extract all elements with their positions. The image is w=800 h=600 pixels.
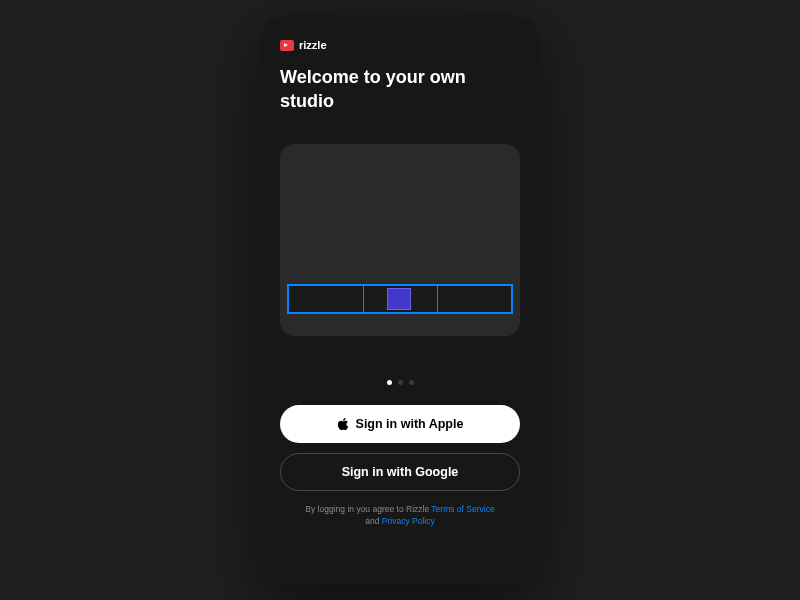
timeline-outline — [287, 284, 513, 314]
page-title: Welcome to your own studio — [280, 65, 520, 114]
brand-logo-icon — [280, 40, 294, 51]
apple-icon — [337, 417, 349, 431]
sign-in-apple-button[interactable]: Sign in with Apple — [280, 405, 520, 443]
legal-middle: and — [365, 516, 382, 526]
onboarding-screen: rizzle Welcome to your own studio Sign i… — [260, 15, 540, 585]
brand-name: rizzle — [299, 39, 327, 51]
page-indicator — [280, 380, 520, 385]
terms-of-service-link[interactable]: Terms of Service — [431, 504, 494, 514]
legal-text: By logging in you agree to Rizzle Terms … — [280, 503, 520, 529]
apple-button-label: Sign in with Apple — [356, 417, 464, 431]
timeline-divider — [437, 286, 438, 312]
page-dot[interactable] — [398, 380, 403, 385]
page-dot[interactable] — [409, 380, 414, 385]
onboarding-illustration — [280, 144, 520, 336]
sign-in-google-button[interactable]: Sign in with Google — [280, 453, 520, 491]
google-button-label: Sign in with Google — [342, 465, 459, 479]
timeline-clip — [387, 288, 411, 310]
legal-prefix: By logging in you agree to Rizzle — [305, 504, 431, 514]
privacy-policy-link[interactable]: Privacy Policy — [382, 516, 435, 526]
timeline-divider — [363, 286, 364, 312]
page-dot[interactable] — [387, 380, 392, 385]
brand-header: rizzle — [280, 39, 520, 51]
timeline-track — [287, 284, 513, 314]
